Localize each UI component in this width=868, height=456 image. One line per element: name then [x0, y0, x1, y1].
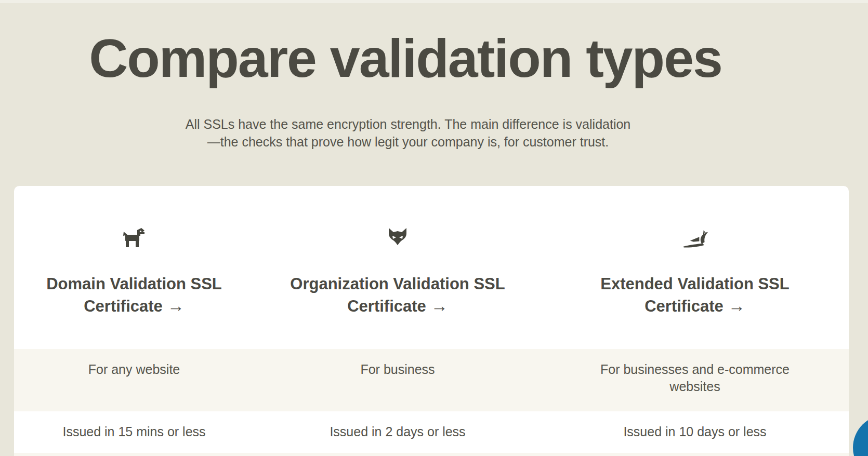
page-title: Compare validation types	[0, 30, 811, 86]
audience-cell-domain-validation: For any website	[14, 349, 254, 411]
right-arrow-icon: →	[431, 296, 448, 315]
extended-validation-ssl-link[interactable]: Extended Validation SSL Certificate→	[600, 273, 789, 317]
audience-cell-extended-validation: For businesses and e-commerce websites	[541, 349, 849, 411]
title-line-2: Certificate	[84, 297, 163, 315]
audience-text: For any website	[88, 361, 180, 378]
subtitle-line-2: —the checks that prove how legit your co…	[0, 133, 816, 151]
column-header-organization-validation: Organization Validation SSL Certificate→	[254, 186, 541, 349]
dragon-icon	[681, 225, 708, 250]
title-line-1: Organization Validation SSL	[290, 275, 505, 293]
issuance-text: Issued in 15 mins or less	[62, 423, 205, 440]
title-line-2: Certificate	[645, 297, 724, 315]
audience-text: For business	[360, 361, 435, 378]
issuance-text: Issued in 2 days or less	[330, 423, 465, 440]
column-header-domain-validation: Domain Validation SSL Certificate→	[14, 186, 254, 349]
issuance-text: Issued in 10 days or less	[623, 423, 766, 440]
title-line-2: Certificate	[347, 297, 426, 315]
next-row-band	[14, 453, 849, 456]
page-subtitle: All SSLs have the same encryption streng…	[0, 115, 816, 151]
chat-widget-button[interactable]	[853, 415, 868, 456]
comparison-table-card: Domain Validation SSL Certificate→ Organ…	[14, 186, 849, 456]
right-arrow-icon: →	[728, 296, 745, 315]
audience-cell-organization-validation: For business	[254, 349, 541, 411]
subtitle-line-1: All SSLs have the same encryption streng…	[0, 115, 816, 133]
audience-text: For businesses and e-commerce websites	[586, 361, 804, 395]
compare-validation-section: Compare validation types All SSLs have t…	[0, 0, 868, 456]
domain-validation-ssl-link[interactable]: Domain Validation SSL Certificate→	[46, 273, 222, 317]
column-header-extended-validation: Extended Validation SSL Certificate→	[541, 186, 849, 349]
top-section-edge	[0, 0, 868, 3]
issuance-cell-domain-validation: Issued in 15 mins or less	[14, 411, 254, 453]
title-line-1: Extended Validation SSL	[600, 275, 789, 293]
title-line-1: Domain Validation SSL	[46, 275, 222, 293]
issuance-cell-extended-validation: Issued in 10 days or less	[541, 411, 849, 453]
wolf-icon	[384, 225, 411, 250]
issuance-cell-organization-validation: Issued in 2 days or less	[254, 411, 541, 453]
right-arrow-icon: →	[167, 296, 185, 315]
dog-icon	[121, 225, 148, 250]
organization-validation-ssl-link[interactable]: Organization Validation SSL Certificate→	[290, 273, 505, 317]
